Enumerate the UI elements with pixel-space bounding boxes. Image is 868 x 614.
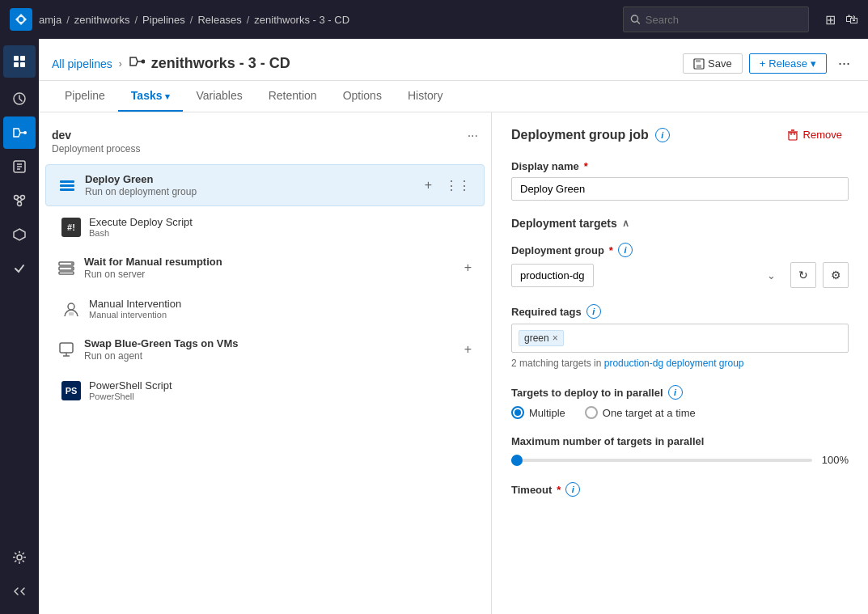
tab-variables[interactable]: Variables [183,81,255,112]
list-icon[interactable]: ⊞ [825,12,836,28]
manual-task-list: Manual Intervention Manual intervention [45,291,491,326]
server-icon [55,256,78,279]
right-panel: Deployment group job i Remove Display na… [492,112,868,614]
save-button[interactable]: Save [683,53,743,74]
app-logo [10,8,32,31]
stage-more-button[interactable]: ··· [468,129,478,143]
svg-point-13 [15,196,19,200]
required-tags-field: Required tags i green × 2 matching targe… [511,304,849,369]
manual-task-sub: Manual intervention [89,310,181,320]
tab-pipeline[interactable]: Pipeline [52,81,118,112]
svg-line-17 [16,200,19,202]
sidebar-artifacts[interactable] [3,218,36,251]
all-pipelines-link[interactable]: All pipelines [52,57,112,70]
svg-rect-25 [60,180,74,183]
display-name-group: Display name * [511,160,849,201]
plus-icon: + [760,57,766,70]
trash-icon [787,129,798,141]
manage-button[interactable]: ⚙ [823,262,849,288]
targets-parallel-info-icon[interactable]: i [668,385,683,400]
job-name: Deploy Green [85,173,197,185]
slider-row: 100% [511,454,849,466]
add-task-button[interactable]: + [421,175,435,196]
remove-button[interactable]: Remove [781,125,849,144]
sidebar-repos[interactable] [3,184,36,217]
add-to-wait-button[interactable]: + [461,257,475,278]
timeout-label: Timeout * i [511,482,849,497]
deployment-group-field: Deployment group * i production-dg ↻ ⚙ [511,243,849,288]
slider-thumb[interactable] [511,455,523,466]
save-icon [693,58,705,70]
sidebar-home[interactable] [3,45,36,78]
tab-history[interactable]: History [395,81,456,112]
breadcrumb-pipelines[interactable]: Pipelines [142,14,185,26]
svg-point-1 [631,15,637,22]
breadcrumb-current[interactable]: zenithworks - 3 - CD [254,14,349,26]
breadcrumb-releases[interactable]: Releases [197,14,241,26]
slider-track [511,459,812,462]
svg-rect-35 [60,343,73,353]
timeout-info-icon[interactable]: i [565,482,580,497]
display-name-input[interactable] [511,177,849,201]
tags-input[interactable]: green × [511,324,849,353]
left-panel: dev Deployment process ··· Deploy Green … [39,112,492,614]
page-title: zenithworks - 3 - CD [151,55,290,72]
svg-rect-23 [696,59,701,62]
deploy-green-job[interactable]: Deploy Green Run on deployment group + ⋮… [45,164,485,206]
sidebar-boards[interactable] [3,150,36,183]
task-execute-deploy[interactable]: #! Execute Deploy Script Bash [45,210,491,244]
sidebar-settings[interactable] [3,541,36,574]
sidebar-testplans[interactable] [3,252,36,285]
nav-tabs: Pipeline Tasks ▾ Variables Retention Opt… [39,81,868,112]
required-tags-info-icon[interactable]: i [586,304,601,319]
tag-remove-button[interactable]: × [553,332,558,344]
sidebar-expand[interactable] [3,575,36,608]
radio-multiple-circle [511,406,524,419]
job-more-button[interactable]: ⋮⋮ [442,175,474,197]
deployment-group-required: * [609,244,613,256]
task-sub: Bash [89,228,193,238]
svg-line-18 [19,200,23,202]
tab-retention[interactable]: Retention [256,81,330,112]
add-to-swap-button[interactable]: + [461,339,475,360]
breadcrumb-zenithworks[interactable]: zenithworks [74,14,130,26]
release-chevron: ▾ [811,57,816,70]
deployment-group-info-icon[interactable]: i [618,243,633,257]
radio-multiple[interactable]: Multiple [511,406,565,419]
targets-parallel-field: Targets to deploy to in parallel i Multi… [511,385,849,419]
max-parallel-field: Maximum number of targets in parallel 10… [511,435,849,466]
ps-task-name: PowerShell Script [89,379,172,392]
task-powershell[interactable]: PS PowerShell Script PowerShell [45,373,491,408]
deployment-group-job-info-icon[interactable]: i [655,128,670,142]
sidebar-pipelines[interactable] [3,116,36,149]
svg-rect-24 [697,65,701,69]
search-icon [630,14,641,25]
deployment-targets-section[interactable]: Deployment targets ∧ [511,217,849,230]
sidebar [0,39,39,614]
deployment-group-select[interactable]: production-dg [511,264,594,287]
tab-tasks[interactable]: Tasks ▾ [118,81,184,112]
wait-job-name: Wait for Manual resumption [84,256,222,268]
svg-point-8 [23,131,27,134]
radio-one-target[interactable]: One target at a time [585,406,696,419]
breadcrumb-amja[interactable]: amja [39,14,61,26]
svg-rect-38 [789,133,797,140]
svg-rect-4 [20,56,25,61]
wait-manual-job[interactable]: Wait for Manual resumption Run on server… [45,248,485,288]
topbar: amja / zenithworks / Pipelines / Release… [0,0,868,39]
search-box[interactable] [623,6,809,32]
search-input[interactable] [646,14,802,26]
bash-icon: #! [61,218,81,237]
swap-job-sub: Run on agent [84,350,238,362]
refresh-button[interactable]: ↻ [790,262,816,288]
swap-bluegreen-job[interactable]: Swap Blue-Green Tags on VMs Run on agent… [45,329,485,370]
tab-options[interactable]: Options [330,81,395,112]
more-options-button[interactable]: ··· [833,52,855,75]
task-manual-intervention[interactable]: Manual Intervention Manual intervention [45,291,491,326]
svg-point-33 [68,303,74,310]
sidebar-overview[interactable] [3,83,36,115]
matching-link[interactable]: production-dg deployment group [604,358,744,369]
display-name-required: * [584,160,588,172]
release-button[interactable]: + Release ▾ [749,53,827,74]
shop-icon[interactable]: 🛍 [845,12,858,28]
